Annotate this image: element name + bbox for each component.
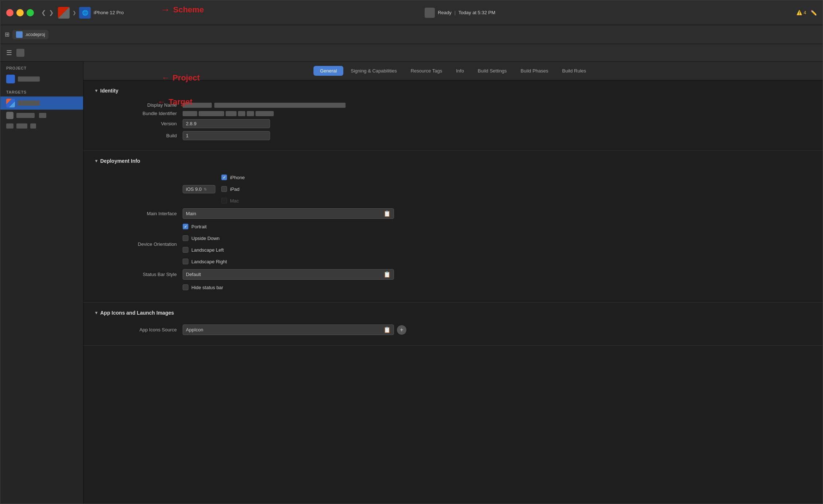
ios-version-label: iOS 9.0 [186,186,202,192]
app-icons-add-button[interactable]: + [397,325,406,335]
identity-header: ▾ Identity [83,88,823,99]
project-icon [6,75,15,83]
warning-count: 4 [804,10,806,15]
content-area: General Signing & Capabilities Resource … [83,62,823,504]
sidebar-item-project[interactable]: ← Project [0,72,83,86]
tab-resource-tags[interactable]: Resource Tags [404,66,449,76]
hide-status-bar-checkbox[interactable] [183,284,188,290]
tab-general[interactable]: General [313,66,343,76]
iphone-checkbox[interactable]: ✓ [221,174,227,180]
status-bar-style-row: Status Bar Style Default 📋 [83,269,823,280]
device-type-value: iOS 9.0 ⇅ ✓ iPhone [183,173,811,205]
back-button[interactable]: ❮ [41,9,46,16]
scheme-annotation: → Scheme [160,4,204,16]
nav-buttons: ❮ ❯ [41,9,54,16]
bi-1 [183,111,197,116]
version-input[interactable] [183,119,270,128]
scheme-arrow-icon: ❯ [73,10,76,15]
sidebar-item-target-2[interactable] [0,110,83,121]
mac-checkbox-row: Mac [221,198,245,204]
target-name-blurred-2b [39,113,46,118]
scheme-icon [58,7,70,19]
ipad-checkbox[interactable] [221,186,227,192]
portrait-label: Portrait [191,224,207,229]
identity-chevron-icon[interactable]: ▾ [95,88,97,93]
maximize-button[interactable] [27,9,34,16]
minimize-button[interactable] [16,9,24,16]
sidebar-item-target-3[interactable] [0,121,83,131]
main-interface-dropdown[interactable]: Main 📋 [183,208,394,219]
inspector-icon[interactable] [16,49,24,57]
forward-button[interactable]: ❯ [49,9,54,16]
hide-status-bar-label-empty [95,285,183,290]
app-icons-source-label: App Icons Source [95,327,183,332]
deployment-chevron-icon[interactable]: ▾ [95,158,97,164]
bi-2 [199,111,224,116]
close-button[interactable] [6,9,13,16]
target-icon-3c [30,123,36,129]
status-bar-dropdown[interactable]: Default 📋 [183,269,394,280]
identity-title: Identity [100,88,118,94]
status-bar-style-label: Status Bar Style [95,272,183,277]
status-bar-selected: Default [186,272,201,277]
landscape-right-label: Landscape Right [191,259,227,264]
deployment-title: Deployment Info [100,158,140,164]
project-name-blurred [18,76,40,82]
ios-version-selector[interactable]: iOS 9.0 ⇅ [183,185,215,193]
main-interface-selected: Main [186,211,196,216]
tab-build-rules[interactable]: Build Rules [555,66,593,76]
warning-icon: ⚠️ [796,10,802,15]
app-icons-section: ▾ App Icons and Launch Images App Icons … [83,303,823,346]
tab-build-settings[interactable]: Build Settings [471,66,514,76]
titlebar-right: ⚠️ 4 ✏️ [796,10,817,16]
hide-status-bar-checkbox-row: Hide status bar [183,284,811,290]
app-icons-source-dropdown[interactable]: AppIcon 📋 [183,324,394,335]
display-name-value [183,102,811,108]
app-icons-title: App Icons and Launch Images [100,310,174,316]
tab-build-phases[interactable]: Build Phases [514,66,555,76]
landscape-left-checkbox[interactable] [183,247,188,253]
bundle-identifier-label: Bundle Identifier [95,111,183,116]
build-row: Build [83,131,823,140]
tab-info[interactable]: Info [449,66,471,76]
display-name-blurred-2 [214,103,346,108]
titlebar-center: Ready | Today at 5:32 PM [128,8,792,18]
status-time: Today at 5:32 PM [459,10,495,15]
portrait-checkbox[interactable]: ✓ [183,224,188,229]
dropdown-arrow-icon: 📋 [383,210,391,217]
app-icons-chevron-icon[interactable]: ▾ [95,310,97,315]
device-orientation-label: Device Orientation [95,241,183,247]
landscape-right-row: Landscape Right [183,259,811,264]
iphone-checkbox-row: ✓ iPhone [221,174,245,180]
hide-status-bar-row: Hide status bar [83,283,823,292]
scheme-device[interactable]: iPhone 12 Pro [94,10,124,15]
file-tab[interactable]: .xcodeproj [12,30,48,39]
portrait-row: ✓ Portrait [183,224,811,229]
scheme-area[interactable]: ❯ 🌐 iPhone 12 Pro → Scheme [58,7,124,19]
sidebar-item-target-1[interactable]: ← Target [0,97,83,110]
landscape-left-row: Landscape Left [183,247,811,253]
deployment-header: ▾ Deployment Info [83,158,823,170]
app-icons-dropdown-arrow: 📋 [383,326,391,333]
traffic-lights [6,9,34,16]
project-section-label: PROJECT [0,62,83,72]
status-bar-dropdown-arrow: 📋 [383,271,391,278]
build-input[interactable] [183,131,270,140]
hide-status-bar-text: Hide status bar [191,285,223,290]
grid-icon[interactable]: ⊞ [5,31,9,38]
status-bar-style-value: Default 📋 [183,269,811,280]
sidebar-toggle-icon[interactable]: ☰ [6,49,12,57]
landscape-right-checkbox[interactable] [183,259,188,264]
bundle-identifier-value [183,111,811,116]
warning-badge[interactable]: ⚠️ 4 [796,10,806,15]
mac-checkbox[interactable] [221,198,227,204]
upside-down-checkbox[interactable] [183,235,188,241]
pencil-icon[interactable]: ✏️ [811,10,817,16]
upside-down-label: Upside Down [191,236,219,241]
deployment-section: ▾ Deployment Info iOS 9.0 ⇅ [83,151,823,303]
app-icons-source-selected: AppIcon [186,327,203,332]
identity-section: ▾ Identity Display Name Bundle Identifie [83,80,823,151]
tab-signing[interactable]: Signing & Capabilities [344,66,403,76]
app-icons-source-value: AppIcon 📋 + [183,324,811,335]
main-interface-value: Main 📋 [183,208,811,219]
